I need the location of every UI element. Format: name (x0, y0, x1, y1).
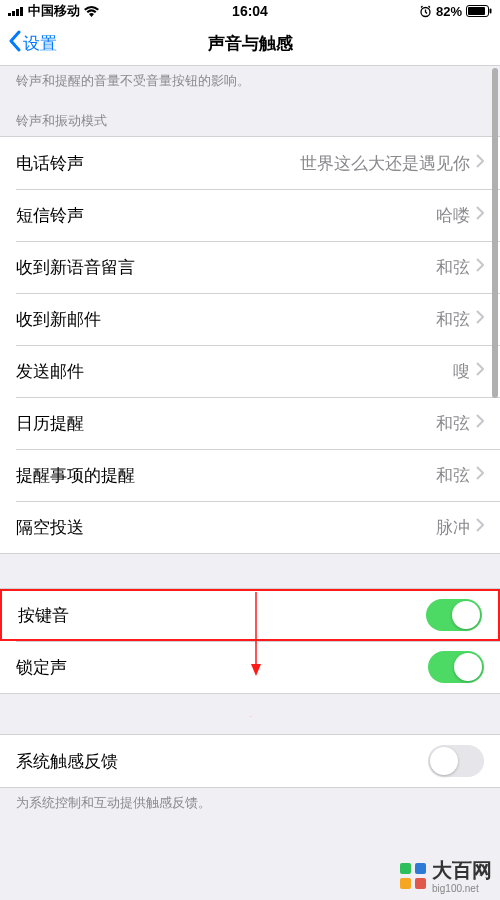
signal-icon (8, 6, 24, 16)
svg-rect-7 (490, 9, 492, 14)
row-keyboard-clicks[interactable]: 按键音 (0, 589, 500, 641)
cell-label: 系统触感反馈 (16, 750, 428, 773)
toggle-group-2: 系统触感反馈 (0, 734, 500, 788)
row-sent-mail[interactable]: 发送邮件 嗖 (0, 345, 500, 397)
chevron-right-icon (476, 257, 484, 277)
svg-rect-0 (8, 13, 11, 16)
cell-value: 脉冲 (436, 516, 470, 539)
row-new-mail[interactable]: 收到新邮件 和弦 (0, 293, 500, 345)
volume-note: 铃声和提醒的音量不受音量按钮的影响。 (0, 66, 500, 98)
watermark: 大百网 big100.net (400, 857, 492, 894)
cell-label: 短信铃声 (16, 204, 436, 227)
lock-sound-switch[interactable] (428, 651, 484, 683)
status-bar: 中国移动 16:04 82% (0, 0, 500, 22)
chevron-right-icon (476, 517, 484, 537)
cell-label: 收到新语音留言 (16, 256, 436, 279)
cell-label: 日历提醒 (16, 412, 436, 435)
row-phone-ringtone[interactable]: 电话铃声 世界这么大还是遇见你 (0, 137, 500, 189)
row-lock-sound[interactable]: 锁定声 (0, 641, 500, 693)
cell-label: 隔空投送 (16, 516, 436, 539)
keyboard-clicks-switch[interactable] (426, 599, 482, 631)
svg-rect-2 (16, 9, 19, 16)
nav-bar: 设置 声音与触感 (0, 22, 500, 66)
content-scroll[interactable]: 铃声和提醒的音量不受音量按钮的影响。 铃声和振动模式 电话铃声 世界这么大还是遇… (0, 66, 500, 900)
chevron-left-icon (8, 30, 21, 57)
cell-value: 和弦 (436, 308, 470, 331)
row-text-tone[interactable]: 短信铃声 哈喽 (0, 189, 500, 241)
chevron-right-icon (476, 413, 484, 433)
cell-label: 发送邮件 (16, 360, 453, 383)
wifi-icon (84, 6, 99, 17)
svg-rect-1 (12, 11, 15, 16)
ringtone-group: 电话铃声 世界这么大还是遇见你 短信铃声 哈喽 收到新语音留言 和弦 收到新邮件… (0, 136, 500, 554)
scrollbar[interactable] (492, 68, 498, 398)
section-header-ringtones: 铃声和振动模式 (0, 98, 500, 136)
chevron-right-icon (476, 361, 484, 381)
back-label: 设置 (23, 32, 57, 55)
status-time: 16:04 (232, 3, 268, 19)
cell-value: 和弦 (436, 256, 470, 279)
system-haptics-switch[interactable] (428, 745, 484, 777)
cell-label: 按键音 (18, 604, 426, 627)
haptics-note: 为系统控制和互动提供触感反馈。 (0, 788, 500, 820)
chevron-right-icon (476, 309, 484, 329)
svg-rect-6 (468, 7, 485, 15)
alarm-icon (419, 5, 432, 18)
cell-label: 收到新邮件 (16, 308, 436, 331)
battery-icon (466, 5, 492, 17)
battery-percent: 82% (436, 4, 462, 19)
svg-rect-3 (20, 7, 23, 16)
cell-label: 电话铃声 (16, 152, 300, 175)
cell-label: 锁定声 (16, 656, 428, 679)
chevron-right-icon (476, 205, 484, 225)
cell-value: 嗖 (453, 360, 470, 383)
cell-value: 和弦 (436, 412, 470, 435)
cell-value: 和弦 (436, 464, 470, 487)
watermark-url: big100.net (432, 884, 492, 894)
carrier-text: 中国移动 (28, 2, 80, 20)
back-button[interactable]: 设置 (0, 30, 65, 57)
toggle-group-1: 按键音 锁定声 (0, 588, 500, 694)
cell-value: 世界这么大还是遇见你 (300, 152, 470, 175)
row-system-haptics[interactable]: 系统触感反馈 (0, 735, 500, 787)
chevron-right-icon (476, 153, 484, 173)
row-airdrop[interactable]: 隔空投送 脉冲 (0, 501, 500, 553)
row-voicemail[interactable]: 收到新语音留言 和弦 (0, 241, 500, 293)
row-reminder-alerts[interactable]: 提醒事项的提醒 和弦 (0, 449, 500, 501)
cell-label: 提醒事项的提醒 (16, 464, 436, 487)
watermark-logo-icon (400, 863, 426, 889)
chevron-right-icon (476, 465, 484, 485)
cell-value: 哈喽 (436, 204, 470, 227)
page-title: 声音与触感 (208, 32, 293, 55)
watermark-name: 大百网 (432, 859, 492, 881)
row-calendar-alerts[interactable]: 日历提醒 和弦 (0, 397, 500, 449)
